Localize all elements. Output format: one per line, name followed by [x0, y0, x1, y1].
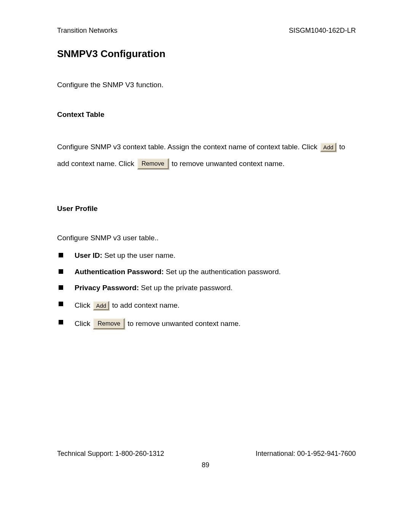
context-table-heading: Context Table [57, 110, 356, 119]
header-left: Transition Networks [57, 27, 117, 35]
list-item: Authentication Password: Set up the auth… [57, 267, 356, 278]
list-item: Privacy Password: Set up the private pas… [57, 283, 356, 294]
click-text-pre: Click [75, 301, 92, 309]
user-profile-heading: User Profile [57, 204, 356, 213]
page-footer: Technical Support: 1-800-260-1312 Intern… [57, 450, 356, 458]
context-table-paragraph: Configure SNMP v3 context table. Assign … [57, 139, 356, 172]
page-number: 89 [0, 461, 411, 469]
click-text-post: to remove unwanted context name. [126, 320, 241, 328]
remove-button[interactable]: Remove [93, 318, 124, 329]
user-profile-list: User ID: Set up the user name. Authentic… [57, 250, 356, 330]
page-title: SNMPV3 Configuration [57, 48, 356, 60]
item-label: Privacy Password: [75, 284, 139, 292]
user-profile-intro: Configure SNMP v3 user table.. [57, 233, 356, 244]
context-text-3: to remove unwanted context name. [172, 160, 285, 168]
item-desc: Set up the private password. [139, 284, 233, 292]
footer-right: International: 00-1-952-941-7600 [256, 450, 356, 458]
item-label: Authentication Password: [75, 268, 164, 276]
list-item: Click Remove to remove unwanted context … [57, 317, 356, 330]
click-text-post: to add context name. [110, 301, 180, 309]
remove-button[interactable]: Remove [137, 158, 169, 169]
page-header: Transition Networks SISGM1040-162D-LR [57, 27, 356, 35]
header-right: SISGM1040-162D-LR [289, 27, 356, 35]
list-item: User ID: Set up the user name. [57, 250, 356, 261]
item-label: User ID: [75, 251, 102, 259]
context-text-1: Configure SNMP v3 context table. Assign … [57, 143, 317, 151]
click-text-pre: Click [75, 320, 92, 328]
add-button[interactable]: Add [320, 143, 336, 152]
intro-paragraph: Configure the SNMP V3 function. [57, 80, 356, 91]
footer-left: Technical Support: 1-800-260-1312 [57, 450, 164, 458]
item-desc: Set up the user name. [102, 251, 175, 259]
item-desc: Set up the authentication password. [164, 268, 280, 276]
add-button[interactable]: Add [93, 301, 109, 310]
list-item: Click Add to add context name. [57, 299, 356, 312]
document-page: Transition Networks SISGM1040-162D-LR SN… [0, 0, 411, 532]
